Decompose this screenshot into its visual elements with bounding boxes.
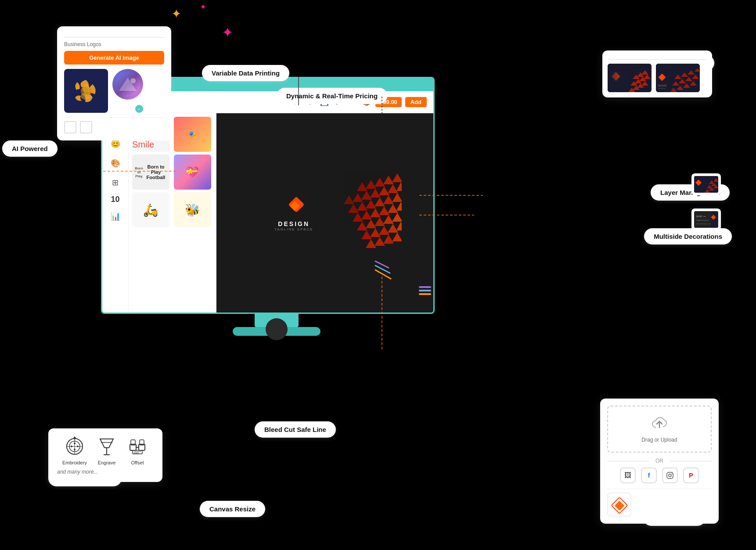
design-canvas: DESIGN TAGLINE SPACE	[216, 113, 433, 313]
multiside-text: Multiside Decorations	[654, 233, 722, 240]
monitor-content: 🖼 ! 😊 🎨 ⊞ 10 📊 ❤ You Make Me Smile 🎭	[102, 113, 433, 313]
svg-point-63	[74, 449, 76, 450]
upload-cloud-icon	[617, 415, 702, 434]
gallery-icon[interactable]: 🖼	[620, 467, 636, 483]
ai-checkbox-2[interactable]	[80, 121, 92, 133]
svg-rect-123	[711, 212, 717, 227]
svg-rect-92	[608, 64, 630, 92]
template-card-2[interactable]: DESIGN TAGLINE	[656, 64, 700, 92]
templates-top-divider	[608, 59, 707, 60]
svg-text:marc@design.com: marc@design.com	[696, 223, 711, 225]
bleed-cut-callout: Bleed Cut Safe Line	[255, 421, 336, 438]
star-decoration-2: ✦	[200, 2, 206, 12]
clipart-item-5[interactable]: 🐝	[174, 192, 211, 227]
offset-icon-svg	[126, 435, 148, 457]
svg-point-65	[77, 446, 79, 447]
ai-panel-label: Business Logos	[64, 41, 164, 47]
ai-panel-divider2	[64, 117, 164, 118]
upload-drag-area[interactable]: Drag or Upload	[607, 406, 712, 453]
variable-data-text: Variable Data Printing	[212, 69, 280, 77]
ai-images-row: ✓	[64, 69, 164, 113]
svg-point-127	[672, 473, 673, 474]
add-button[interactable]: Add	[405, 97, 427, 107]
monitor-base-circle	[266, 318, 288, 340]
multiside-decorations-callout: Multiside Decorations	[644, 228, 732, 244]
svg-text:DESIGN: DESIGN	[658, 84, 667, 87]
offset-item: Offset	[126, 435, 148, 465]
check-icon: ✓	[135, 105, 143, 113]
layer-card-inner-2: MARC ••• Digital Designer marc@design.co…	[694, 211, 718, 228]
instagram-icon[interactable]	[662, 467, 678, 483]
clipart-item-3[interactable]: 💝	[174, 155, 211, 190]
deco-line-blue	[419, 290, 431, 291]
layer-management-card	[691, 173, 721, 195]
card-brand-text: DESIGN	[274, 220, 313, 227]
printing-more-text: and many more...	[57, 469, 154, 475]
drag-upload-text: Drag or Upload	[617, 437, 702, 443]
engrave-icon-svg	[96, 435, 118, 457]
templates-grid: DESIGN TAGLINE	[608, 64, 707, 92]
svg-point-57	[130, 78, 136, 83]
multiside-card-preview: MARC ••• Digital Designer marc@design.co…	[694, 211, 718, 228]
svg-point-64	[71, 446, 72, 447]
templates-panel: DESIGN TAGLINE	[602, 50, 712, 97]
printing-icons: Embroidery Engrave	[57, 435, 154, 465]
svg-text:TAGLINE: TAGLINE	[658, 87, 666, 90]
canvas-resize-text: Canvas Resize	[209, 505, 256, 513]
deco-line-purple	[419, 286, 431, 288]
ai-checkbox-1[interactable]	[64, 121, 76, 133]
svg-text:Digital Designer: Digital Designer	[696, 219, 709, 221]
facebook-icon[interactable]: f	[641, 467, 657, 483]
left-sidebar: 🖼 ! 😊 🎨 ⊞ 10 📊	[102, 113, 129, 313]
ai-panel-top-divider	[64, 37, 164, 38]
sidebar-grid-icon[interactable]: ⊞	[108, 176, 122, 190]
pinterest-icon[interactable]: P	[683, 467, 699, 483]
variable-data-printing-callout: Variable Data Printing	[202, 65, 289, 81]
preview-logo-svg	[611, 496, 628, 514]
ai-circle-svg	[115, 71, 141, 97]
template-2-preview: DESIGN TAGLINE	[656, 64, 700, 92]
layer-card-preview	[694, 176, 718, 193]
clipart-item-football[interactable]: Born to Play Born to Play Football	[132, 155, 169, 190]
template-card-1[interactable]	[608, 64, 652, 92]
star-decoration-1: ✦	[171, 7, 181, 21]
dynamic-pricing-callout: Dynamic & Real-Time Pricing	[277, 88, 387, 104]
upload-or-divider: OR	[607, 458, 712, 464]
instagram-svg	[666, 471, 674, 479]
card-tagline-text: TAGLINE SPACE	[274, 227, 313, 231]
svg-rect-76	[133, 450, 142, 454]
clipart-item-4[interactable]: 🛵	[132, 192, 169, 227]
ai-image-main	[64, 69, 108, 113]
svg-point-53	[83, 84, 90, 93]
ai-checkboxes	[64, 121, 164, 133]
star-decoration-3: ✦	[222, 24, 234, 41]
offset-label: Offset	[131, 460, 144, 465]
template-1-preview	[608, 64, 652, 92]
clipart-item-2[interactable]: 🎭	[174, 117, 211, 152]
image-upload-panel: Drag or Upload OR 🖼 f P	[600, 399, 719, 524]
clipart-panel: ❤ You Make Me Smile 🎭 Born to Play Born …	[129, 113, 216, 313]
printing-panel: Embroidery Engrave	[48, 428, 162, 482]
ai-gradient-circle	[112, 69, 143, 100]
multiside-decorations-card: MARC ••• Digital Designer marc@design.co…	[691, 208, 721, 230]
embroidery-item: Embroidery	[62, 435, 87, 465]
svg-rect-129	[614, 500, 624, 510]
sidebar-chart-icon[interactable]: 📊	[108, 209, 122, 223]
logo-diamond-svg	[282, 194, 306, 219]
engrave-item: Engrave	[96, 435, 118, 465]
generate-ai-image-button[interactable]: Generate AI Image	[64, 51, 164, 65]
deco-line-orange	[419, 293, 431, 295]
sidebar-number: 10	[111, 195, 119, 204]
ai-panel: Business Logos Generate AI Image	[57, 26, 171, 140]
bleed-cut-text: Bleed Cut Safe Line	[264, 426, 326, 433]
card-logo: DESIGN TAGLINE SPACE	[274, 194, 313, 231]
layer-card-inner-1	[694, 176, 718, 193]
canvas-resize-callout: Canvas Resize	[200, 501, 265, 517]
svg-point-62	[74, 442, 76, 444]
svg-marker-67	[100, 439, 113, 448]
sidebar-clipart-icon[interactable]: 🎨	[108, 156, 122, 170]
embroidery-label: Embroidery	[62, 460, 87, 465]
cloud-upload-svg	[651, 415, 668, 431]
svg-point-54	[81, 93, 91, 100]
ai-powered-callout: AI Powered	[2, 140, 58, 157]
